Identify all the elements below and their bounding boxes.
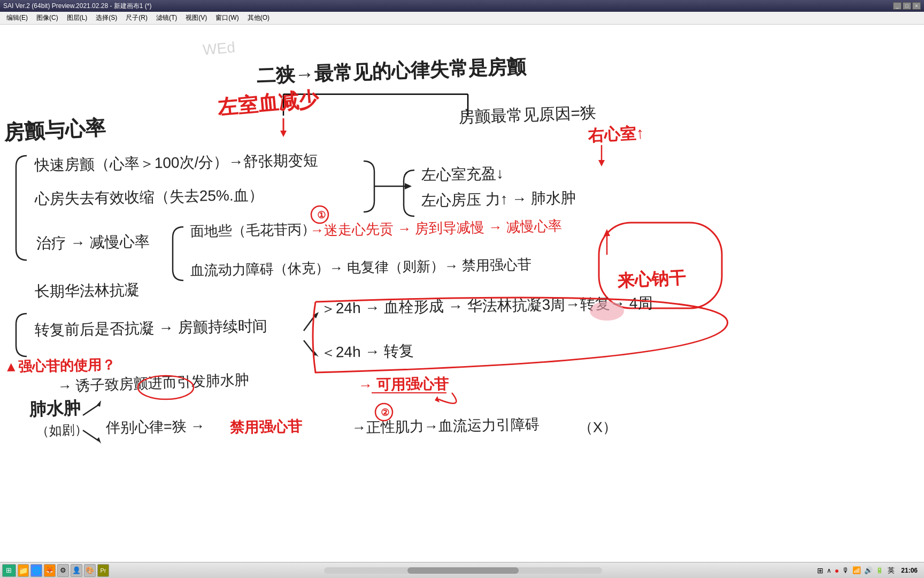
close-button[interactable]: × xyxy=(912,2,921,10)
menu-layer[interactable]: 图层(L) xyxy=(63,12,92,24)
horizontal-scrollbar[interactable] xyxy=(324,567,602,574)
start-button[interactable]: ⊞ xyxy=(2,564,16,577)
canvas-area[interactable]: 二狭→最常见的心律失常是房颤 左室血减少 房颤最常见原因=狭 右心室↑ 房颤与心… xyxy=(0,25,924,562)
taskbar: ⊞ 📁 🌐 🦊 ⚙ 👤 🎨 Pr ⊞ ∧ ● 🎙 📶 🔊 🔋 xyxy=(0,562,924,578)
menu-ruler[interactable]: 尺子(R) xyxy=(121,12,152,24)
menu-select[interactable]: 选择(S) xyxy=(91,12,121,24)
taskbar-right: ⊞ ∧ ● 🎙 📶 🔊 🔋 英 21:06 xyxy=(817,566,922,575)
menu-filter[interactable]: 滤镜(T) xyxy=(152,12,181,24)
taskbar-icon-app2[interactable]: Pr xyxy=(97,564,109,577)
taskbar-icon-browser1[interactable]: 🌐 xyxy=(30,564,42,577)
taskbar-left: ⊞ 📁 🌐 🦊 ⚙ 👤 🎨 Pr xyxy=(2,564,109,577)
maximize-button[interactable]: □ xyxy=(903,2,911,10)
svg-text:面地些（毛花苷丙）: 面地些（毛花苷丙） xyxy=(190,221,315,239)
svg-text:肺水肿: 肺水肿 xyxy=(28,398,81,419)
titlebar-buttons[interactable]: _ □ × xyxy=(893,2,921,10)
svg-text:治疗 → 减慢心率: 治疗 → 减慢心率 xyxy=(36,233,150,252)
menu-image[interactable]: 图像(C) xyxy=(32,12,63,24)
menu-other[interactable]: 其他(O) xyxy=(243,12,274,24)
taskbar-icon-folder[interactable]: 📁 xyxy=(18,564,29,577)
svg-text:①: ① xyxy=(317,210,326,220)
svg-text:WEd: WEd xyxy=(202,39,236,58)
taskbar-icon-app1[interactable]: 🎨 xyxy=(84,564,96,577)
mic-icon[interactable]: 🎙 xyxy=(842,566,849,574)
svg-text:伴别心律=狭 →: 伴别心律=狭 → xyxy=(106,418,205,436)
system-tray: ⊞ ∧ ● 🎙 📶 🔊 🔋 英 21:06 xyxy=(817,566,918,575)
titlebar: SAI Ver.2 (64bit) Preview.2021.02.28 - 新… xyxy=(0,0,924,12)
taskbar-icon-settings[interactable]: ⚙ xyxy=(57,564,69,577)
svg-text:来心钠干: 来心钠干 xyxy=(616,268,687,291)
network-icon[interactable]: 📶 xyxy=(852,566,861,574)
titlebar-title: SAI Ver.2 (64bit) Preview.2021.02.28 - 新… xyxy=(3,2,893,11)
menu-edit[interactable]: 编辑(E) xyxy=(2,12,32,24)
svg-text:禁用强心苷: 禁用强心苷 xyxy=(230,418,303,436)
svg-text:（如剧）: （如剧） xyxy=(36,422,88,438)
record-icon[interactable]: ● xyxy=(835,566,839,575)
tray-expand-icon[interactable]: ∧ xyxy=(827,567,831,574)
battery-icon: 🔋 xyxy=(876,567,883,574)
svg-text:左心房压 力↑ → 肺水肿: 左心房压 力↑ → 肺水肿 xyxy=(421,189,576,209)
grid-icon[interactable]: ⊞ xyxy=(817,566,823,575)
svg-text:右心室↑: 右心室↑ xyxy=(587,124,645,145)
menu-view[interactable]: 视图(V) xyxy=(181,12,211,24)
svg-point-36 xyxy=(590,301,624,321)
drawing-canvas[interactable]: 二狭→最常见的心律失常是房颤 左室血减少 房颤最常见原因=狭 右心室↑ 房颤与心… xyxy=(0,25,924,562)
svg-text:左心室充盈↓: 左心室充盈↓ xyxy=(421,165,504,183)
svg-text:→ 可用强心苷: → 可用强心苷 xyxy=(358,375,450,393)
taskbar-icon-browser2[interactable]: 🦊 xyxy=(44,564,56,577)
language-indicator[interactable]: 英 xyxy=(887,566,896,575)
svg-text:＜24h → 转复: ＜24h → 转复 xyxy=(321,343,414,361)
svg-text:▲强心苷的使用？: ▲强心苷的使用？ xyxy=(4,356,116,375)
taskbar-icon-person[interactable]: 👤 xyxy=(71,564,82,577)
system-clock: 21:06 xyxy=(899,567,918,574)
speaker-icon[interactable]: 🔊 xyxy=(864,566,873,574)
scrollbar-thumb[interactable] xyxy=(407,567,519,574)
svg-text:长期华法林抗凝: 长期华法林抗凝 xyxy=(35,282,140,300)
menu-window[interactable]: 窗口(W) xyxy=(211,12,243,24)
taskbar-center xyxy=(109,567,817,574)
minimize-button[interactable]: _ xyxy=(893,2,902,10)
svg-text:②: ② xyxy=(381,407,389,418)
menubar: 编辑(E) 图像(C) 图层(L) 选择(S) 尺子(R) 滤镜(T) 视图(V… xyxy=(0,12,924,25)
svg-text:（X）: （X） xyxy=(579,419,618,436)
